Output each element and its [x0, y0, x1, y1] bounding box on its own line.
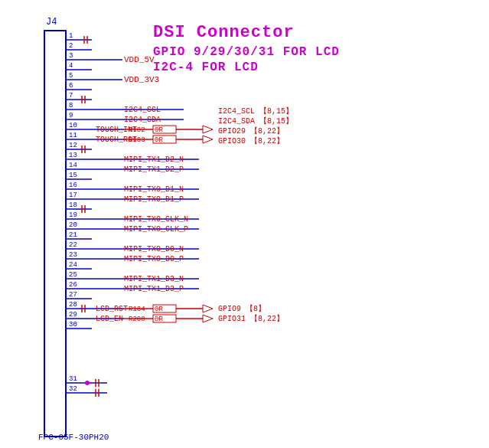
r208-ref: R208 [129, 316, 145, 323]
r184-ref: R184 [129, 306, 145, 313]
pin-31-num: 31 [69, 375, 77, 383]
mipi-tx0-d0p-label: MIPI_TX0_D0_P [124, 255, 184, 263]
pin-27-num: 27 [69, 291, 77, 299]
pin-6-num: 6 [69, 82, 73, 90]
pin-12-num: 12 [69, 142, 77, 149]
pin-1-num: 1 [69, 32, 73, 40]
pin-25-num: 25 [69, 271, 77, 279]
pin-16-num: 16 [69, 181, 77, 189]
i2c4-sda-label: I2C4_SDA [124, 116, 161, 124]
r208-val: 0R [155, 316, 163, 323]
vdd5v-label: VDD_5V [124, 55, 155, 64]
pin-28-num: 28 [69, 301, 77, 309]
pin-5-num: 5 [69, 72, 73, 80]
mipi-tx1-d3p-label: MIPI_TX1_D3_P [124, 285, 184, 293]
pin-10-num: 10 [69, 122, 77, 129]
svg-point-58 [85, 381, 90, 385]
pin-13-num: 13 [69, 152, 77, 159]
pin-9-num: 9 [69, 112, 73, 119]
mipi-tx1-d2n-label: MIPI_TX1_D2_N [124, 155, 184, 164]
pin-22-num: 22 [69, 241, 77, 249]
pin-32-num: 32 [69, 385, 77, 393]
title-line1: DSI Connector [153, 23, 340, 42]
pin-26-num: 26 [69, 281, 77, 289]
mipi-tx0-clkn-label: MIPI_TX0_CLK_N [124, 215, 188, 224]
right-gpio9: GPIO9 【8】 [218, 304, 266, 313]
mipi-tx0-clkp-label: MIPI_TX0_CLK_P [124, 225, 188, 234]
mipi-tx1-d3n-label: MIPI_TX1_D3_N [124, 275, 184, 283]
pin-29-num: 29 [69, 311, 77, 319]
pin-3-num: 3 [69, 52, 73, 60]
svg-marker-18 [203, 126, 213, 133]
pin-18-num: 18 [69, 201, 77, 209]
right-i2c4-scl: I2C4_SCL 【8,15】 [218, 106, 293, 116]
lcd-en-label: LCD_EN [96, 315, 123, 323]
right-i2c4-sda: I2C4_SDA 【8,15】 [218, 116, 293, 126]
pin-19-num: 19 [69, 211, 77, 219]
right-gpio31: GPIO31 【8,22】 [218, 314, 284, 323]
i2c4-scl-label: I2C4_SCL [124, 106, 161, 114]
title-block: DSI Connector GPIO 9/29/30/31 FOR LCD I2… [153, 23, 340, 74]
pin-7-num: 7 [69, 92, 73, 100]
pin-17-num: 17 [69, 191, 77, 199]
pin-21-num: 21 [69, 231, 77, 239]
pin-11-num: 11 [69, 132, 77, 139]
r182-ref: R182 [129, 126, 145, 134]
footprint-label: FPC-05F-30PH20 [38, 433, 109, 442]
title-line3: I2C-4 FOR LCD [153, 60, 340, 74]
r184-val: 0R [155, 306, 163, 313]
pin-23-num: 23 [69, 251, 77, 259]
mipi-tx0-d1p-label: MIPI_TX0_D1_P [124, 195, 184, 204]
lcd-rst-label: LCD_RST [96, 305, 128, 313]
r183-val: 0R [155, 136, 163, 144]
right-gpio30: GPIO30 【8,22】 [218, 136, 284, 146]
pin-8-num: 8 [69, 102, 73, 110]
mipi-tx0-d1n-label: MIPI_TX0_D1_N [124, 185, 184, 194]
pin-30-num: 30 [69, 321, 77, 329]
svg-marker-50 [203, 305, 213, 312]
svg-marker-23 [203, 136, 213, 143]
connector-ref: J4 [46, 17, 57, 28]
mipi-tx0-d0n-label: MIPI_TX0_D0_N [124, 245, 184, 253]
svg-rect-0 [44, 31, 66, 437]
title-line2: GPIO 9/29/30/31 FOR LCD [153, 45, 340, 59]
mipi-tx1-d2p-label: MIPI_TX1_D2_P [124, 165, 184, 174]
schematic: J4 1 2 3 VDD_5V 4 5 VDD_3V3 6 7 [0, 0, 489, 448]
vdd3v3-label: VDD_3V3 [124, 75, 159, 84]
svg-marker-55 [203, 315, 213, 322]
right-gpio29: GPIO29 【8,22】 [218, 126, 284, 136]
pin-15-num: 15 [69, 172, 77, 179]
pin-2-num: 2 [69, 42, 73, 50]
r183-ref: R183 [129, 136, 145, 144]
pin-4-num: 4 [69, 62, 73, 70]
pin-24-num: 24 [69, 261, 77, 269]
pin-14-num: 14 [69, 162, 77, 169]
r182-val: 0R [155, 126, 163, 134]
pin-20-num: 20 [69, 221, 77, 229]
